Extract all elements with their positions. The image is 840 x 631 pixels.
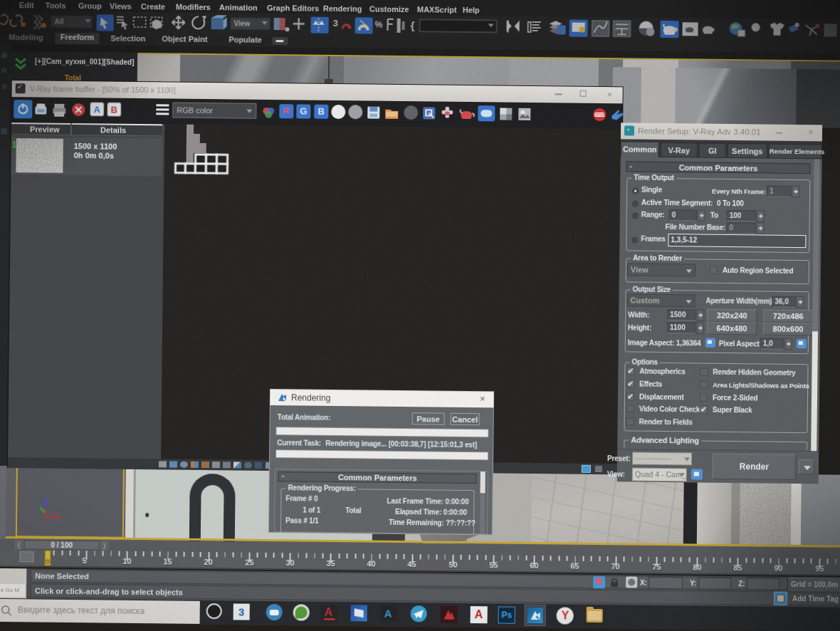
svg-text:STOP: STOP: [595, 113, 605, 117]
